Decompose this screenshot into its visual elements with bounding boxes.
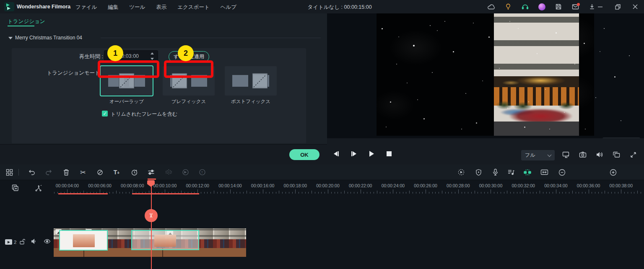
tab-underline	[8, 26, 34, 26]
cloud-icon[interactable]	[483, 0, 500, 13]
collapse-arrow-icon[interactable]	[8, 37, 13, 39]
transport-controls	[331, 150, 394, 158]
speed-clock-icon[interactable]	[128, 164, 140, 180]
delete-icon[interactable]	[60, 164, 72, 180]
preview-zoom-select[interactable]: フル	[521, 150, 555, 160]
active-tool-marker	[148, 178, 156, 180]
annotation-number-1: 1	[107, 45, 123, 61]
fullscreen-icon[interactable]	[629, 148, 637, 161]
render-preview-icon[interactable]	[455, 164, 467, 180]
transition-settings-box	[12, 48, 306, 143]
app-title: Wondershare Filmora	[17, 4, 70, 10]
playhead-scissors-icon[interactable]: ✂	[145, 209, 158, 222]
transition-range-1	[58, 193, 108, 194]
ruler-label: 00:00:06:00	[88, 183, 111, 188]
snow-overlay	[327, 13, 644, 136]
notification-dot	[577, 3, 580, 6]
adjust-sliders-icon[interactable]	[145, 164, 157, 180]
minimize-icon[interactable]	[591, 0, 609, 13]
picture-in-picture-icon[interactable]	[612, 148, 621, 161]
preview-pane: { } 00:00:09:05	[327, 13, 644, 138]
top-bar: Wondershare Filmora ファイル編集ツール表示エクスポートヘルプ…	[0, 0, 644, 13]
toolbar-divider	[18, 169, 19, 176]
ruler-label: 00:00:26:00	[414, 183, 437, 188]
transition-panel: トランジション Merry Christmas Transition 04 再生…	[0, 13, 327, 164]
scene-split-icon[interactable]	[522, 164, 533, 180]
speech-to-text-icon: T	[196, 164, 208, 180]
zoom-out-icon[interactable]	[556, 164, 568, 180]
headset-icon[interactable]	[517, 0, 533, 13]
ruler-label: 00:00:14:00	[218, 183, 242, 188]
menu-item-2[interactable]: ツール	[129, 4, 145, 11]
restore-icon[interactable]	[609, 0, 626, 13]
include-trimmed-checkbox[interactable]: ✓	[102, 111, 108, 116]
audio-mixer-icon[interactable]	[505, 164, 517, 180]
menu-item-5[interactable]: ヘルプ	[221, 4, 236, 11]
next-frame-button[interactable]	[349, 150, 359, 158]
snapshot-camera-icon[interactable]	[579, 148, 587, 161]
ruler-label: 00:00:32:00	[512, 183, 535, 188]
transition-clip-1[interactable]	[59, 230, 108, 251]
record-voiceover-icon[interactable]	[489, 164, 501, 180]
marker-icon[interactable]	[473, 164, 484, 180]
ok-button[interactable]: OK	[289, 149, 319, 160]
previous-frame-button[interactable]	[331, 150, 341, 158]
volume-icon[interactable]	[595, 148, 604, 161]
mode-option-prefix[interactable]	[163, 66, 215, 96]
zoom-in-icon[interactable]	[607, 164, 619, 180]
section-title: Merry Christmas Transition 04	[15, 35, 82, 41]
lock-track-icon[interactable]	[19, 238, 25, 245]
preview-controls-row: フル	[327, 138, 644, 164]
timeline-body: 00:00:04:0000:00:06:0000:00:08:0000:00:1…	[0, 180, 644, 269]
display-output-icon[interactable]	[562, 148, 570, 161]
mode-option-postfix[interactable]	[225, 66, 277, 96]
save-icon[interactable]	[550, 0, 567, 13]
step-up-icon[interactable]	[151, 52, 154, 54]
crop-clip-icon[interactable]	[94, 164, 106, 180]
annotation-number-2: 2	[178, 45, 194, 61]
ruler-label: 00:00:20:00	[316, 183, 339, 188]
lightbulb-icon[interactable]	[500, 0, 517, 13]
media-layout-icon[interactable]	[3, 164, 15, 180]
ruler-label: 00:00:16:00	[251, 183, 274, 188]
transition-range-2	[132, 193, 199, 194]
menu-item-0[interactable]: ファイル	[75, 4, 97, 11]
tab-transition[interactable]: トランジション	[8, 18, 45, 25]
ok-strip	[0, 144, 327, 164]
ruler-label: 00:00:34:00	[544, 183, 567, 188]
close-icon[interactable]	[626, 0, 644, 13]
mode-label-overlap: オーバーラップ	[101, 98, 153, 105]
ruler-label: 00:00:04:00	[56, 183, 79, 188]
undo-icon[interactable]	[26, 164, 38, 180]
mode-option-overlap[interactable]	[101, 66, 153, 96]
avatar[interactable]	[533, 0, 550, 13]
stop-button[interactable]	[384, 150, 394, 158]
mail-icon[interactable]	[567, 0, 584, 13]
add-text-icon[interactable]: T+	[111, 164, 122, 180]
ruler-label: 00:00:38:00	[610, 183, 633, 188]
filmora-logo-icon	[4, 2, 14, 11]
ruler-label: 00:00:18:00	[284, 183, 307, 188]
menu-bar[interactable]: ファイル編集ツール表示エクスポートヘルプ	[75, 4, 236, 11]
ruler-label: 00:00:22:00	[349, 183, 372, 188]
menu-item-3[interactable]: 表示	[156, 4, 166, 11]
transition-clip-2[interactable]	[131, 230, 199, 250]
ruler-label: 00:00:12:00	[186, 183, 209, 188]
track-clip-count: 2	[14, 240, 16, 245]
ruler-label: 00:00:28:00	[447, 183, 470, 188]
mode-label-postfix: ポストフィックス	[225, 98, 277, 105]
window-controls	[591, 0, 644, 13]
menu-item-1[interactable]: 編集	[108, 4, 118, 11]
video-track-header: 2	[5, 239, 16, 245]
mute-track-icon[interactable]	[31, 238, 37, 244]
step-down-icon[interactable]	[151, 58, 154, 60]
hide-track-icon[interactable]	[44, 239, 51, 244]
menu-item-4[interactable]: エクスポート	[177, 4, 209, 11]
redo-icon[interactable]	[43, 164, 55, 180]
split-scissors-icon[interactable]: ✂	[77, 164, 89, 180]
playhead-line[interactable]	[151, 181, 152, 269]
fit-timeline-icon[interactable]	[538, 164, 550, 180]
play-button[interactable]	[366, 150, 377, 158]
duration-stepper[interactable]	[150, 52, 155, 60]
chevron-down-icon	[548, 153, 552, 157]
